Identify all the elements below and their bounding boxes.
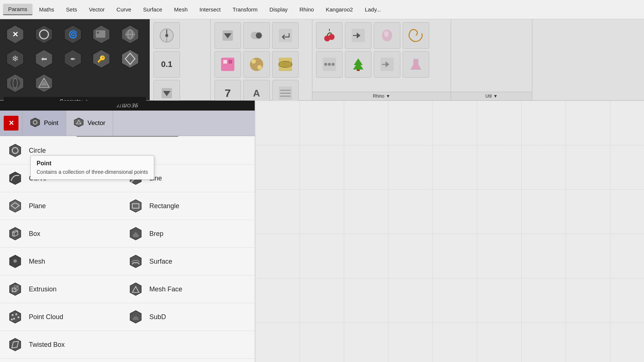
tab-point[interactable]: Point	[23, 111, 66, 136]
list-item[interactable]: Angular Dimensions Annotation Data	[0, 359, 255, 362]
rhino-icon-arrow-right[interactable]	[345, 22, 372, 49]
tab-close[interactable]: ✕	[0, 111, 23, 136]
plane-label: Plane	[29, 202, 46, 210]
util-icons	[451, 19, 532, 92]
input-icon-pink2[interactable]	[214, 51, 241, 78]
prim-icon-number[interactable]: 0.1	[153, 51, 180, 78]
menu-item-curve[interactable]: Curve	[111, 4, 136, 15]
geo-icon-triangle[interactable]	[33, 72, 55, 95]
point-cloud-icon	[7, 309, 23, 325]
svg-marker-112	[130, 255, 141, 268]
geo-icon-sphere[interactable]	[119, 23, 142, 46]
brep-icon	[128, 226, 143, 241]
menu-item-sets[interactable]: Sets	[61, 4, 82, 15]
svg-point-63	[257, 65, 262, 70]
menu-item-vector[interactable]: Vector	[84, 4, 110, 15]
tooltip-box: Point Contains a collection of three-dim…	[30, 155, 154, 180]
geo-icon-key[interactable]: 🔑	[90, 47, 113, 70]
rhino-icon-arrow-right2[interactable]	[374, 51, 400, 78]
point-cloud-label: Point Cloud	[29, 313, 63, 321]
rhino-icon-spiral2[interactable]	[403, 22, 429, 49]
subd-label: SubD	[149, 313, 166, 321]
svg-rect-59	[223, 60, 227, 64]
geo-icon-close[interactable]: ✕	[4, 23, 27, 46]
rhino-icon-flask2[interactable]	[403, 51, 429, 78]
menu-item-rhino[interactable]: Rhino	[294, 4, 319, 15]
svg-point-125	[18, 317, 20, 318]
geo-icon-pen[interactable]: ✒	[61, 47, 84, 70]
list-item[interactable]: Plane Rectangle	[0, 192, 255, 220]
list-item[interactable]: Point Cloud SubD	[0, 303, 255, 331]
menu-item-display[interactable]: Display	[264, 4, 293, 15]
list-item-right: Brep	[128, 226, 243, 241]
surface-label: Surface	[149, 258, 172, 265]
menu-item-surface[interactable]: Surface	[138, 4, 167, 15]
list-item-left: Point Cloud	[7, 309, 122, 325]
tab-point-label: Point	[44, 119, 58, 127]
tooltip-title: Point	[37, 160, 148, 167]
toolbar-util: Util ▼	[451, 19, 532, 100]
list-item-right: Surface	[128, 254, 243, 269]
curve-icon	[7, 170, 23, 186]
list-item-right: Mesh Face	[128, 281, 243, 297]
box-icon	[7, 226, 23, 241]
geo-icon-snow[interactable]: ❄	[4, 47, 27, 70]
tab-vector-label: Vector	[88, 119, 105, 127]
geometry-icons-grid: ✕ 🌀 ❄	[4, 23, 146, 95]
rhino-icon-tree[interactable]	[345, 51, 372, 78]
svg-marker-96	[10, 172, 21, 185]
svg-rect-57	[279, 29, 292, 42]
menu-item-params[interactable]: Params	[3, 4, 33, 15]
list-item[interactable]: Twisted Box	[0, 331, 255, 359]
rhino-icon-cherry[interactable]	[316, 22, 343, 49]
subd-icon	[128, 309, 143, 325]
rhino-icon-flask[interactable]	[374, 22, 400, 49]
menu-item-kangaroo[interactable]: Kangaroo2	[321, 4, 358, 15]
svg-marker-129	[10, 338, 21, 351]
list-item-left: ❄ Mesh	[7, 254, 122, 269]
list-item[interactable]: Box Brep	[0, 220, 255, 248]
svg-marker-119	[130, 283, 141, 295]
input-icon-toggle[interactable]	[243, 22, 270, 49]
geo-icon-tag[interactable]	[90, 23, 113, 46]
svg-point-82	[328, 63, 331, 66]
list-item[interactable]: ❄ Mesh Surface	[0, 248, 255, 275]
input-icon-down[interactable]	[214, 22, 241, 49]
input-icon-sphere2[interactable]	[243, 51, 270, 78]
geo-icon-dark-sphere[interactable]	[4, 72, 27, 95]
input-icon-return[interactable]	[272, 22, 299, 49]
close-button[interactable]: ✕	[4, 116, 18, 131]
geo-icon-diamond[interactable]	[119, 47, 142, 70]
svg-text:✕: ✕	[12, 30, 18, 38]
extrusion-icon	[7, 281, 23, 297]
grid-lines	[255, 101, 644, 362]
category-header: ɹʇɯoǝƃ	[0, 101, 255, 111]
svg-marker-92	[74, 118, 83, 127]
menu-bar: Params Maths Sets Vector Curve Surface M…	[0, 0, 644, 19]
svg-point-126	[13, 318, 15, 320]
tab-vector-icon	[74, 117, 84, 129]
svg-point-8	[97, 31, 99, 34]
geo-icon-arrow-left[interactable]: ⬅	[33, 47, 55, 70]
geo-icon-circle[interactable]	[33, 23, 55, 46]
svg-text:✒: ✒	[70, 55, 75, 63]
main-area: ɹʇɯoǝƃ ✕ Point	[0, 101, 644, 362]
menu-item-intersect[interactable]: Intersect	[194, 4, 226, 15]
prim-icon-compass[interactable]	[153, 22, 180, 49]
geo-icon-spiral[interactable]: 🌀	[61, 23, 84, 46]
menu-item-lady[interactable]: Lady...	[360, 4, 386, 15]
tab-vector[interactable]: Vector	[66, 111, 113, 136]
menu-item-maths[interactable]: Maths	[34, 4, 60, 15]
rhino-icon-dots[interactable]	[316, 51, 343, 78]
svg-point-24	[10, 78, 20, 88]
svg-point-127	[11, 319, 13, 321]
util-label: Util ▼	[451, 92, 532, 100]
menu-item-transform[interactable]: Transform	[227, 4, 263, 15]
menu-item-mesh[interactable]: Mesh	[169, 4, 193, 15]
input-icon-mesh[interactable]	[272, 51, 299, 78]
svg-text:❄: ❄	[13, 258, 17, 264]
rectangle-icon	[128, 198, 143, 214]
svg-point-62	[251, 59, 256, 64]
twisted-box-label: Twisted Box	[29, 341, 65, 349]
list-item[interactable]: Extrusion Mesh Face	[0, 275, 255, 303]
